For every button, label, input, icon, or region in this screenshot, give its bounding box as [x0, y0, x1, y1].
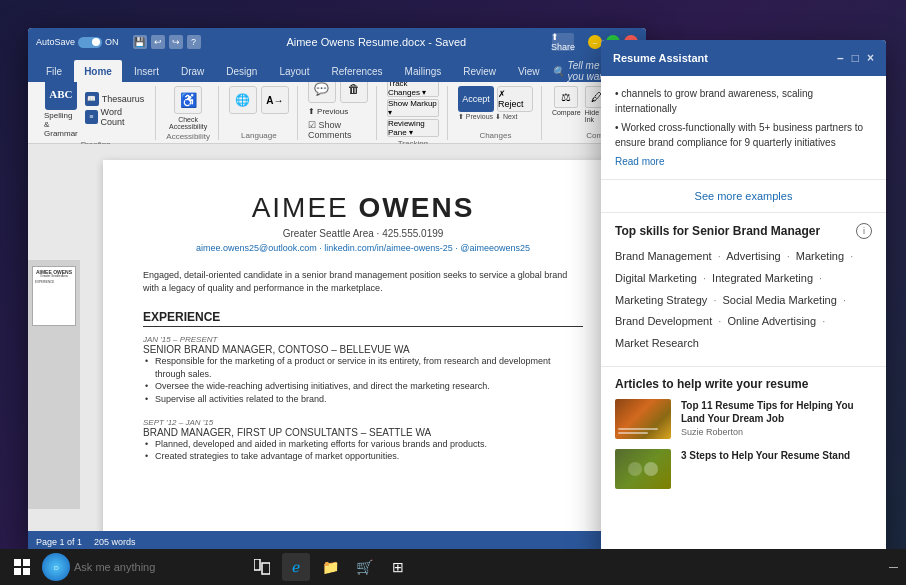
file-explorer-button[interactable]: 📁: [316, 553, 344, 581]
example-bullet-2: • Worked cross-functionally with 5+ busi…: [615, 120, 872, 150]
article-2[interactable]: 3 Steps to Help Your Resume Stand: [615, 449, 872, 489]
article-1-text: Top 11 Resume Tips for Helping You Land …: [681, 399, 872, 437]
window-title: Aimee Owens Resume.docx - Saved: [286, 36, 466, 48]
tab-references[interactable]: References: [321, 60, 392, 82]
tab-home[interactable]: Home: [74, 60, 122, 82]
system-clock: —: [889, 562, 898, 572]
autosave-state: ON: [105, 37, 119, 47]
taskbar-search-input[interactable]: [74, 561, 194, 573]
resume-name: AIMEE OWENS: [143, 192, 583, 224]
job-2: SEPT '12 – JAN '15 BRAND MANAGER, FIRST …: [143, 418, 583, 463]
check-accessibility-button[interactable]: ♿: [174, 86, 202, 114]
top-skills-section: Top skills for Senior Brand Manager i Br…: [601, 213, 886, 367]
svg-rect-4: [254, 559, 260, 570]
page-thumbnails: AIMEE OWENS Greater Seattle Area EXPERIE…: [28, 260, 80, 509]
ribbon-tools: ABC Spelling & Grammar 📖 Thesaurus ≡ Wor…: [28, 82, 646, 144]
word-count-button[interactable]: ≡ Word Count: [82, 109, 148, 125]
minimize-button[interactable]: –: [588, 35, 602, 49]
title-text: Aimee Owens Resume.docx - Saved: [286, 36, 466, 48]
skills-line-5: Market Research: [615, 334, 872, 354]
panel-header-icons: – □ ×: [837, 51, 874, 65]
cortana-button[interactable]: ○: [42, 553, 70, 581]
store-icon: 🛒: [356, 559, 373, 575]
panel-content: • channels to grow brand awareness, scal…: [601, 76, 886, 570]
windows-logo-icon: [14, 559, 30, 575]
undo-icon[interactable]: ↩: [151, 35, 165, 49]
title-bar: AutoSave ON 💾 ↩ ↪ ? Aimee Owens Resume.d…: [28, 28, 646, 56]
article-1[interactable]: Top 11 Resume Tips for Helping You Land …: [615, 399, 872, 439]
panel-header: Resume Assistant – □ ×: [601, 40, 886, 76]
ribbon: File Home Insert Draw Design Layout Refe…: [28, 56, 646, 144]
track-changes-button[interactable]: Track Changes ▾: [387, 82, 439, 97]
last-name: OWENS: [359, 192, 475, 223]
job2-date: SEPT '12 – JAN '15: [143, 418, 583, 427]
save-icon[interactable]: 💾: [133, 35, 147, 49]
time-display: —: [889, 562, 898, 572]
info-icon[interactable]: i: [856, 223, 872, 239]
compare-button[interactable]: ⚖: [554, 86, 578, 108]
changes-label: Changes: [479, 131, 511, 140]
job2-bullet-1: Planned, developed and aided in marketin…: [143, 438, 583, 451]
job2-bullet-2: Created strategies to take advantage of …: [143, 450, 583, 463]
translate-button[interactable]: 🌐: [229, 86, 257, 114]
tab-design[interactable]: Design: [216, 60, 267, 82]
job-1: JAN '15 – PRESENT SENIOR BRAND MANAGER, …: [143, 335, 583, 405]
tab-file[interactable]: File: [36, 60, 72, 82]
page-thumbnail-1[interactable]: AIMEE OWENS Greater Seattle Area EXPERIE…: [32, 266, 76, 326]
redo-icon[interactable]: ↪: [169, 35, 183, 49]
start-menu-button[interactable]: [8, 553, 36, 581]
autosave-switch[interactable]: [78, 37, 102, 48]
autosave-label: AutoSave: [36, 37, 75, 47]
tab-draw[interactable]: Draw: [171, 60, 214, 82]
ribbon-group-comments: 💬 🗑 ⬆ Previous ☑ Show Comments Comments: [300, 86, 377, 140]
skills-line-4: Brand Development · Online Advertising ·: [615, 312, 872, 332]
reject-button[interactable]: ✗ Reject: [497, 86, 533, 112]
articles-title: Articles to help write your resume: [615, 377, 872, 391]
taskbar-search-area: ○: [42, 553, 242, 581]
example-text-section: • channels to grow brand awareness, scal…: [601, 76, 886, 180]
ribbon-group-language: 🌐 A→ Language: [221, 86, 298, 140]
delete-comment-button[interactable]: 🗑: [340, 82, 368, 103]
page-count: Page 1 of 1: [36, 537, 82, 547]
accept-button[interactable]: Accept: [458, 86, 494, 112]
panel-title: Resume Assistant: [613, 52, 708, 64]
ribbon-group-tracking: Track Changes ▾ Show Markup ▾ Reviewing …: [379, 86, 448, 140]
share-button[interactable]: ⬆ Share: [552, 33, 574, 51]
tab-layout[interactable]: Layout: [269, 60, 319, 82]
apps-button[interactable]: ⊞: [384, 553, 412, 581]
task-view-icon: [254, 559, 270, 575]
article-1-headline: Top 11 Resume Tips for Helping You Land …: [681, 399, 872, 425]
word-count-icon: ≡: [85, 110, 98, 124]
browser-button[interactable]: ℯ: [282, 553, 310, 581]
thesaurus-button[interactable]: 📖 Thesaurus: [82, 91, 148, 107]
title-bar-left: AutoSave ON 💾 ↩ ↪ ?: [36, 35, 201, 49]
article-1-thumbnail: [615, 399, 671, 439]
tab-insert[interactable]: Insert: [124, 60, 169, 82]
spelling-grammar-button[interactable]: ABC: [45, 82, 77, 110]
location-line: Greater Seattle Area · 425.555.0199: [143, 228, 583, 239]
read-more-link[interactable]: Read more: [615, 156, 664, 167]
svg-rect-2: [14, 568, 21, 575]
svg-rect-5: [262, 563, 270, 574]
task-view-button[interactable]: [248, 553, 276, 581]
panel-minimize-button[interactable]: –: [837, 51, 844, 65]
word-window: AutoSave ON 💾 ↩ ↪ ? Aimee Owens Resume.d…: [28, 28, 646, 553]
tab-review[interactable]: Review: [453, 60, 506, 82]
store-button[interactable]: 🛒: [350, 553, 378, 581]
svg-rect-1: [23, 559, 30, 566]
tab-view[interactable]: View: [508, 60, 550, 82]
ribbon-group-changes: Accept ✗ Reject ⬆ Previous ⬇ Next Change…: [450, 86, 542, 140]
tab-mailings[interactable]: Mailings: [395, 60, 452, 82]
new-comment-button[interactable]: 💬: [308, 82, 336, 103]
panel-close-button[interactable]: ×: [867, 51, 874, 65]
job1-date: JAN '15 – PRESENT: [143, 335, 583, 344]
autosave-toggle[interactable]: AutoSave ON: [36, 37, 119, 48]
reviewing-pane-button[interactable]: Reviewing Pane ▾: [387, 119, 439, 137]
see-more-button[interactable]: See more examples: [601, 180, 886, 213]
help-icon[interactable]: ?: [187, 35, 201, 49]
skills-line-3: Marketing Strategy · Social Media Market…: [615, 291, 872, 311]
panel-maximize-button[interactable]: □: [852, 51, 859, 65]
ribbon-group-accessibility: ♿ CheckAccessibility Accessibility: [158, 86, 219, 140]
language-button[interactable]: A→: [261, 86, 289, 114]
show-markup-button[interactable]: Show Markup ▾: [387, 99, 439, 117]
